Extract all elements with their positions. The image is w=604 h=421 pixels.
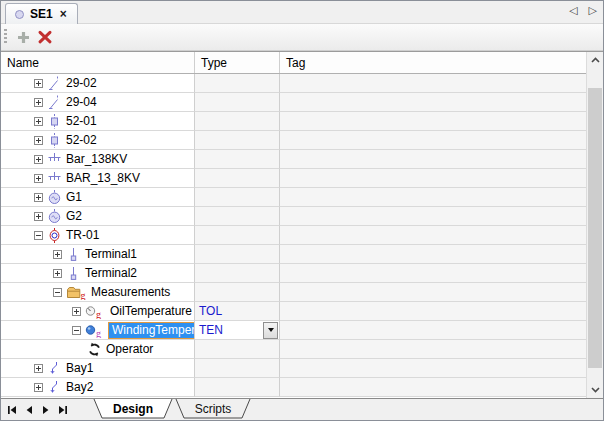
tag-cell[interactable] [279,169,586,188]
tree-row[interactable]: Bay1 [1,359,586,378]
expand-plus-icon[interactable] [34,117,43,126]
name-cell[interactable]: gOilTemperature [1,302,194,321]
tag-cell[interactable] [279,264,586,283]
name-cell[interactable]: 29-02 [1,74,194,93]
delete-button[interactable] [34,26,56,48]
tag-cell[interactable] [279,150,586,169]
expand-plus-icon[interactable] [72,307,81,316]
tag-cell[interactable] [279,207,586,226]
tree-row[interactable]: gWindingTemperatureTEN [1,321,586,340]
type-cell[interactable] [194,131,279,150]
collapse-minus-icon[interactable] [72,326,81,335]
name-cell[interactable]: 52-01 [1,112,194,131]
tree-row[interactable]: Terminal2 [1,264,586,283]
collapse-minus-icon[interactable] [34,231,43,240]
type-cell[interactable] [194,359,279,378]
type-cell[interactable] [194,283,279,302]
tag-cell[interactable] [279,283,586,302]
name-cell[interactable]: 29-04 [1,93,194,112]
tag-cell[interactable] [279,321,586,340]
tag-cell[interactable] [279,188,586,207]
name-cell[interactable]: Operator [1,340,194,359]
tag-cell[interactable] [279,378,586,397]
name-cell[interactable]: G1 [1,188,194,207]
tab-scripts[interactable]: Scripts [176,399,250,418]
expand-plus-icon[interactable] [34,136,43,145]
column-header-name[interactable]: Name [1,52,194,73]
tag-cell[interactable] [279,131,586,150]
type-cell[interactable] [194,112,279,131]
name-cell[interactable]: Bar_138KV [1,150,194,169]
tag-cell[interactable] [279,112,586,131]
close-icon[interactable]: × [59,9,68,19]
tag-cell[interactable] [279,74,586,93]
tab-design[interactable]: Design [94,399,172,418]
tree-row[interactable]: G1 [1,188,586,207]
tree-row[interactable]: Bar_138KV [1,150,586,169]
name-cell[interactable]: Bay1 [1,359,194,378]
expand-plus-icon[interactable] [34,155,43,164]
name-cell[interactable]: Bay2 [1,378,194,397]
name-cell[interactable]: TR-01 [1,226,194,245]
type-cell[interactable] [194,264,279,283]
name-cell[interactable]: BAR_13_8KV [1,169,194,188]
tag-cell[interactable] [279,245,586,264]
tree-row[interactable]: Operator [1,340,586,359]
tree-row[interactable]: Bay2 [1,378,586,397]
tab-scroll-left-icon[interactable]: ◁ [569,4,577,17]
scroll-up-button[interactable] [587,52,603,68]
name-cell[interactable]: Terminal1 [1,245,194,264]
type-cell[interactable]: TEN [194,321,279,340]
tree-row[interactable]: 52-02 [1,131,586,150]
tab-scroll-right-icon[interactable]: ▷ [589,4,597,17]
type-cell[interactable] [194,169,279,188]
type-cell[interactable]: TOL [194,302,279,321]
expand-plus-icon[interactable] [34,212,43,221]
tree-row[interactable]: gMeasurements [1,283,586,302]
tree-row[interactable]: BAR_13_8KV [1,169,586,188]
type-cell[interactable] [194,150,279,169]
type-cell[interactable] [194,226,279,245]
tag-cell[interactable] [279,359,586,378]
name-cell[interactable]: Terminal2 [1,264,194,283]
type-cell[interactable] [194,93,279,112]
scroll-down-button[interactable] [587,382,603,398]
type-dropdown-button[interactable] [263,322,278,339]
next-page-button[interactable] [39,403,53,417]
first-page-button[interactable] [5,403,19,417]
name-cell[interactable]: G2 [1,207,194,226]
expand-plus-icon[interactable] [53,250,62,259]
expand-plus-icon[interactable] [34,79,43,88]
type-cell[interactable] [194,74,279,93]
tree-row[interactable]: gOilTemperatureTOL [1,302,586,321]
collapse-minus-icon[interactable] [53,288,62,297]
expand-plus-icon[interactable] [34,383,43,392]
type-cell[interactable] [194,188,279,207]
tree-row[interactable]: TR-01 [1,226,586,245]
tab-se1[interactable]: SE1 × [5,3,78,24]
add-button[interactable] [12,26,34,48]
column-header-type[interactable]: Type [194,52,279,73]
tree-row[interactable]: G2 [1,207,586,226]
scrollbar-thumb[interactable] [588,88,602,368]
tag-cell[interactable] [279,340,586,359]
tag-cell[interactable] [279,93,586,112]
tree-row[interactable]: 52-01 [1,112,586,131]
tree-row[interactable]: 29-04 [1,93,586,112]
tag-cell[interactable] [279,226,586,245]
type-cell[interactable] [194,378,279,397]
expand-plus-icon[interactable] [34,98,43,107]
expand-plus-icon[interactable] [53,269,62,278]
name-cell[interactable]: 52-02 [1,131,194,150]
tree-row[interactable]: Terminal1 [1,245,586,264]
expand-plus-icon[interactable] [34,174,43,183]
tag-cell[interactable] [279,302,586,321]
previous-page-button[interactable] [22,403,36,417]
type-cell[interactable] [194,207,279,226]
vertical-scrollbar[interactable] [586,52,603,398]
last-page-button[interactable] [56,403,70,417]
expand-plus-icon[interactable] [34,364,43,373]
expand-plus-icon[interactable] [34,193,43,202]
type-cell[interactable] [194,245,279,264]
column-header-tag[interactable]: Tag [279,52,586,73]
